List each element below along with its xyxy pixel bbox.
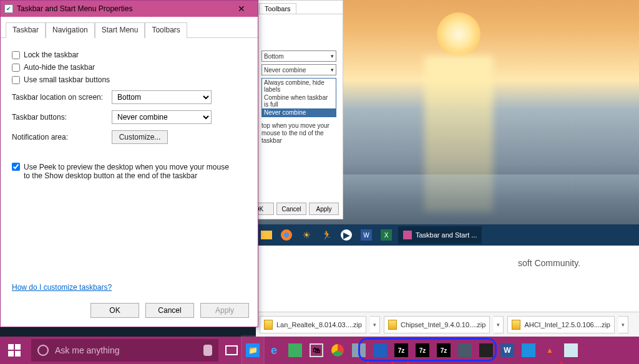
bg-dialog-tabrow: Toolbars [256, 1, 343, 14]
start-button[interactable] [0, 337, 29, 364]
store-icon[interactable]: 🛍 [306, 337, 327, 364]
download-name: Chipset_Intel_9.4.0.10....zip [401, 321, 485, 328]
zip-icon [388, 320, 397, 330]
inner-task-label: Taskbar and Start ... [416, 231, 477, 239]
task-thumb-icon [403, 231, 412, 239]
location-label: Taskbar location on screen: [12, 93, 112, 102]
small-buttons-checkbox[interactable] [12, 76, 20, 84]
7zip-icon[interactable]: 7z [433, 337, 454, 364]
main-taskbar: Ask me anything 📁 e 🛍 7z 7z 7z W ▲ [0, 337, 639, 364]
windows-icon [8, 344, 21, 357]
lock-taskbar-checkbox[interactable] [12, 51, 20, 59]
cancel-button[interactable]: Cancel [145, 303, 194, 318]
explorer-icon[interactable]: 📁 [242, 337, 263, 364]
word-icon[interactable]: W [358, 227, 374, 243]
excel-icon[interactable]: X [378, 227, 394, 243]
bg-cancel-button[interactable]: Cancel [276, 203, 306, 215]
page-text: soft Community. [518, 258, 580, 268]
dialog-buttons: OK Cancel Apply [90, 303, 249, 318]
download-item[interactable]: AHCI_Intel_12.5.0.106....zip [507, 316, 615, 333]
bg-buttons-select[interactable]: Never combine [261, 64, 336, 75]
download-menu-arrow[interactable]: ▾ [494, 316, 504, 333]
svg-rect-1 [15, 344, 21, 350]
download-menu-arrow[interactable]: ▾ [370, 316, 380, 333]
peek-checkbox[interactable] [12, 163, 20, 171]
apply-button[interactable]: Apply [200, 303, 249, 318]
download-bar: Lan_Realtek_8.014.03....zip ▾ Chipset_In… [256, 312, 639, 337]
help-link[interactable]: How do I customize taskbars? [12, 283, 112, 292]
folder-icon[interactable] [258, 227, 275, 243]
bg-location-select[interactable]: Bottom [261, 50, 336, 62]
cortana-icon [37, 345, 49, 356]
dialog-tabs: Taskbar Navigation Start Menu Toolbars [1, 17, 258, 38]
location-select[interactable]: Bottom [112, 90, 212, 104]
ie-icon[interactable]: e [263, 337, 285, 364]
app3-icon[interactable] [369, 337, 391, 364]
bg-option[interactable]: Always combine, hide labels [262, 79, 336, 93]
search-box[interactable]: Ask me anything [31, 339, 218, 362]
tab-toolbars[interactable]: Toolbars [145, 22, 187, 38]
bg-option-selected[interactable]: Never combine [262, 108, 336, 117]
tab-navigation[interactable]: Navigation [46, 22, 95, 38]
7zip-icon[interactable]: 7z [391, 337, 412, 364]
firefox-icon[interactable] [278, 227, 295, 243]
bg-dropdown-open[interactable]: Always combine, hide labels Combine when… [261, 78, 336, 117]
photos-icon[interactable] [518, 337, 539, 364]
dialog-title: Taskbar and Start Menu Properties [17, 4, 132, 13]
svg-rect-0 [8, 344, 14, 350]
search-placeholder: Ask me anything [55, 345, 197, 355]
download-item[interactable]: Lan_Realtek_8.014.03....zip [260, 316, 366, 333]
autohide-checkbox[interactable] [12, 64, 20, 72]
app-icon[interactable] [285, 337, 306, 364]
buttons-label: Taskbar buttons: [12, 113, 112, 122]
browser-page: soft Community. [256, 246, 639, 312]
vlc-icon[interactable]: ▲ [539, 337, 560, 364]
taskbar-properties-dialog: ✔ Taskbar and Start Menu Properties ✕ Ta… [0, 0, 258, 327]
customize-button[interactable]: Customize... [112, 130, 168, 144]
person-icon[interactable]: 🏃 [318, 227, 334, 243]
tab-startmenu[interactable]: Start Menu [95, 22, 145, 38]
small-buttons-label: Use small taskbar buttons [24, 75, 110, 84]
buttons-select[interactable]: Never combine [112, 110, 212, 124]
bg-apply-button[interactable]: Apply [309, 203, 339, 215]
taskbar-icons: 📁 e 🛍 7z 7z 7z W ▲ [221, 337, 582, 364]
chrome-icon[interactable] [327, 337, 348, 364]
download-item[interactable]: Chipset_Intel_9.4.0.10....zip [384, 316, 490, 333]
zip-icon [264, 320, 273, 330]
notification-label: Notification area: [12, 133, 112, 141]
play-icon[interactable]: ▶ [338, 227, 354, 243]
inner-task-item[interactable]: Taskbar and Start ... [398, 226, 482, 244]
settings-icon[interactable]: ☀ [298, 227, 315, 243]
svg-rect-3 [15, 351, 21, 357]
7zip-icon[interactable]: 7z [412, 337, 433, 364]
word-icon[interactable]: W [497, 337, 518, 364]
download-name: AHCI_Intel_12.5.0.106....zip [524, 321, 610, 328]
lock-taskbar-label: Lock the taskbar [24, 50, 79, 59]
mic-icon[interactable] [203, 345, 212, 356]
background-dialog: Toolbars Bottom Never combine Always com… [256, 0, 343, 219]
dialog-icon: ✔ [4, 4, 13, 13]
download-menu-arrow[interactable]: ▾ [618, 316, 628, 333]
app2-icon[interactable] [348, 337, 369, 364]
app5-icon[interactable] [560, 337, 582, 364]
bg-peek-text: top when you move your mouse to the nd o… [261, 122, 338, 145]
peek-label: Use Peek to preview the desktop when you… [24, 163, 236, 180]
dialog-pane: Lock the taskbar Auto-hide the taskbar U… [1, 38, 258, 189]
svg-rect-2 [8, 351, 14, 357]
download-name: Lan_Realtek_8.014.03....zip [276, 321, 362, 328]
zip-icon [512, 320, 520, 330]
dialog-titlebar[interactable]: ✔ Taskbar and Start Menu Properties ✕ [1, 1, 258, 17]
close-button[interactable]: ✕ [229, 1, 254, 16]
ok-button[interactable]: OK [90, 303, 139, 318]
bg-tab-toolbars[interactable]: Toolbars [259, 3, 296, 14]
inner-taskbar: ☀ 🏃 ▶ W X Taskbar and Start ... [256, 224, 639, 246]
tab-taskbar[interactable]: Taskbar [6, 22, 46, 38]
bg-option[interactable]: Combine when taskbar is full [262, 93, 336, 108]
task-view-button[interactable] [221, 337, 242, 364]
cmd-icon[interactable] [476, 337, 497, 364]
sun-graphic [437, 12, 480, 56]
app4-icon[interactable] [454, 337, 476, 364]
autohide-label: Auto-hide the taskbar [24, 63, 95, 72]
